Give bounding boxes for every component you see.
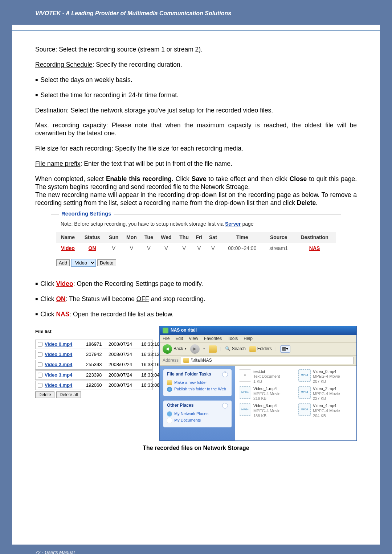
file-checkbox[interactable] — [38, 383, 42, 388]
explorer-file-item[interactable]: MPG4 Video_2.mp4MPEG-4 Movie227 KB — [298, 386, 353, 401]
file-name: Video_3.mp4 — [253, 403, 281, 409]
file-size: 204 KB — [313, 414, 340, 419]
file-name: Video_0.mp4 — [313, 369, 340, 374]
up-folder-icon[interactable] — [209, 345, 217, 353]
file-date: 2008/07/24 — [109, 382, 139, 388]
server-link[interactable]: Server — [225, 221, 241, 227]
file-size: 223398 — [86, 372, 106, 378]
table-header: Source — [264, 232, 293, 243]
file-checkbox[interactable] — [38, 352, 42, 357]
rec-status-link[interactable]: ON — [89, 245, 96, 251]
label-source: Source — [35, 46, 55, 53]
filelist-delete-button[interactable]: Delete — [35, 391, 54, 398]
file-type: MPEG-4 Movie — [313, 391, 340, 397]
link-my-docs[interactable]: My Documents — [167, 417, 228, 424]
rec-dest-link[interactable]: NAS — [309, 245, 320, 251]
file-size: 207942 — [86, 352, 106, 357]
file-size: 1 KB — [253, 379, 280, 384]
table-header: Name — [56, 232, 79, 243]
video-file-icon: MPG4 — [298, 386, 311, 399]
recording-table: NameStatusSunMonTueWedThuFriSatTimeSourc… — [56, 232, 336, 254]
explorer-file-item[interactable]: MPG4 Video_3.mp4MPEG-4 Movie188 KB — [239, 403, 293, 418]
kw-save: Save — [192, 175, 207, 182]
recording-select[interactable]: Video — [71, 259, 96, 267]
page-header: VIVOTEK - A Leading Provider of Multimed… — [35, 10, 357, 17]
delete-button[interactable]: Delete — [97, 259, 116, 266]
file-date: 2008/07/24 — [109, 341, 139, 347]
back-button[interactable]: ◄Back ▾ — [163, 344, 187, 354]
file-list-row: Video 4.mp4 192060 2008/07/24 16:33:06 — [35, 381, 153, 390]
menu-item[interactable]: Favorites — [204, 336, 222, 341]
bullet-time: Select the time for recording in 24-hr t… — [35, 91, 357, 99]
file-list-panel: File list Video 0.mp4 186971 2008/07/24 … — [35, 326, 153, 398]
file-date: 2008/07/24 — [109, 372, 139, 378]
file-folder-tasks-box: File and Folder Tasksˆ Make a new folder… — [163, 369, 232, 396]
recording-settings-panel: Recording Settings Note: Before setup re… — [51, 214, 341, 272]
folders-button[interactable]: Folders — [249, 346, 272, 352]
explorer-file-item[interactable]: ≡ test.txtText Document1 KB — [239, 369, 293, 384]
file-date: 2008/07/24 — [109, 362, 139, 368]
desc-filesize: : Specify the file size for each recordi… — [111, 145, 243, 152]
file-checkbox[interactable] — [38, 373, 42, 378]
file-size: 207 KB — [313, 379, 340, 384]
desc-sched: : Specify the recording duration. — [93, 61, 182, 68]
file-type: MPEG-4 Movie — [313, 409, 340, 414]
task-publish[interactable]: Publish this folder to the Web — [167, 386, 228, 393]
video-file-icon: MPG4 — [298, 369, 311, 382]
file-list-row: Video 2.mp4 255393 2008/07/24 16:33:16 — [35, 360, 153, 369]
file-type: Text Document — [253, 374, 280, 379]
nas-link[interactable]: NAS — [56, 311, 69, 318]
menu-item[interactable]: File — [163, 336, 170, 341]
label-dest: Destination — [35, 107, 67, 114]
file-type: MPEG-4 Movie — [253, 391, 281, 397]
file-link[interactable]: Video 0.mp4 — [45, 341, 84, 347]
table-header: Sat — [205, 232, 220, 243]
table-header: Sun — [105, 232, 122, 243]
file-size: 188 KB — [253, 414, 281, 419]
menu-item[interactable]: View — [189, 336, 198, 341]
table-header: Destination — [293, 232, 336, 243]
file-link[interactable]: Video 1.mp4 — [45, 352, 84, 357]
video-link[interactable]: Video — [56, 280, 73, 287]
search-button[interactable]: 🔍Search — [225, 346, 246, 352]
explorer-file-item[interactable]: MPG4 Video_0.mp4MPEG-4 Movie207 KB — [298, 369, 353, 384]
explorer-file-item[interactable]: MPG4 Video_4.mp4MPEG-4 Movie204 KB — [298, 403, 353, 418]
explorer-title: NAS on ritali — [171, 328, 197, 333]
menu-item[interactable]: Tools — [228, 336, 238, 341]
task-new-folder[interactable]: Make a new folder — [167, 379, 228, 386]
views-button[interactable]: ▦▾ — [280, 345, 290, 353]
file-checkbox[interactable] — [38, 342, 42, 347]
chevron-up-icon[interactable]: ˆ — [222, 372, 228, 377]
explorer-toolbar: ◄Back ▾ ► ▾ | 🔍Search Folders | ▦▾ — [160, 343, 356, 356]
explorer-file-item[interactable]: MPG4 Video_1.mp4MPEG-4 Movie216 KB — [239, 386, 293, 401]
label-filename: File name prefix — [35, 160, 81, 167]
link-net-places[interactable]: My Network Places — [167, 411, 228, 417]
address-input[interactable]: \\ritali\NAS — [181, 357, 354, 364]
file-list-row: Video 0.mp4 186971 2008/07/24 16:33:10 — [35, 340, 153, 349]
file-checkbox[interactable] — [38, 362, 42, 367]
file-link[interactable]: Video 4.mp4 — [45, 382, 84, 388]
explorer-window: NAS on ritali FileEditViewFavoritesTools… — [159, 326, 357, 441]
menu-item[interactable]: Edit — [175, 336, 183, 341]
file-link[interactable]: Video 2.mp4 — [45, 362, 84, 368]
file-name: test.txt — [253, 369, 280, 374]
rec-name-link[interactable]: Video — [61, 245, 75, 251]
filelist-delete-all-button[interactable]: Delete all — [56, 391, 81, 398]
explorer-addressbar: Address \\ritali\NAS — [160, 356, 356, 366]
explorer-menubar[interactable]: FileEditViewFavoritesToolsHelp — [160, 335, 356, 343]
video-file-icon: MPG4 — [298, 403, 311, 416]
table-header: Status — [79, 232, 105, 243]
add-button[interactable]: Add — [56, 259, 70, 266]
file-name: Video_4.mp4 — [313, 403, 340, 409]
chevron-up-icon[interactable]: ˆ — [222, 403, 228, 409]
recording-row: Video ON V V V V V V V 00:00~24:00 strea… — [56, 243, 336, 254]
file-link[interactable]: Video 3.mp4 — [45, 372, 84, 378]
menu-item[interactable]: Help — [244, 336, 253, 341]
file-type: MPEG-4 Movie — [253, 409, 281, 414]
on-link[interactable]: ON — [56, 295, 65, 303]
file-date: 2008/07/24 — [109, 352, 139, 357]
table-header: Thu — [176, 232, 193, 243]
table-header: Mon — [122, 232, 141, 243]
video-file-icon: MPG4 — [239, 403, 251, 416]
forward-button[interactable]: ► — [190, 344, 200, 354]
